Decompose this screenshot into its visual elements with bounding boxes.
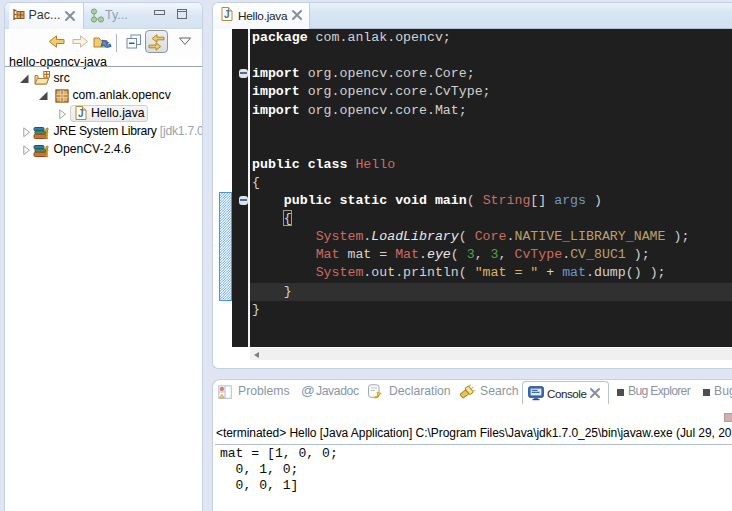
svg-text:J: J bbox=[78, 108, 84, 119]
svg-text:J: J bbox=[224, 9, 230, 20]
